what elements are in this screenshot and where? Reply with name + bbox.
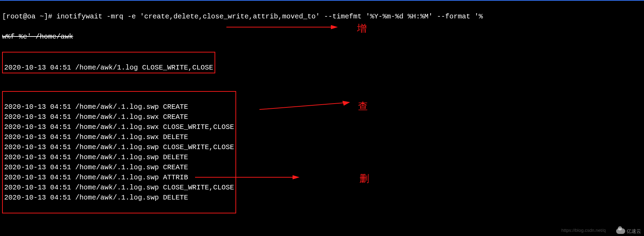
- svg-line-2: [259, 103, 343, 109]
- highlight-box-create: 2020-10-13 04:51 /home/awk/1.log CLOSE_W…: [2, 52, 215, 73]
- svg-marker-3: [342, 101, 350, 106]
- svg-marker-1: [331, 25, 338, 29]
- highlight-box-view: 2020-10-13 04:51 /home/awk/.1.log.swp CR…: [2, 91, 236, 213]
- arrow-to-create: [226, 24, 338, 31]
- command-line-2: w%f %e' /home/awk: [2, 32, 642, 42]
- terminal-output: [root@oa ~]# inotifywait -mrq -e 'create…: [0, 0, 644, 236]
- watermark-brand-logo: 亿速云: [616, 228, 641, 235]
- annotation-view: 查: [358, 99, 368, 114]
- box1-content: 2020-10-13 04:51 /home/awk/1.log CLOSE_W…: [4, 64, 213, 72]
- annotation-delete: 删: [359, 172, 369, 186]
- arrow-to-delete: [195, 174, 300, 181]
- window-top-border: [0, 0, 644, 1]
- svg-marker-5: [293, 175, 300, 179]
- annotation-create: 增: [357, 22, 367, 36]
- box2-content: 2020-10-13 04:51 /home/awk/.1.log.swp CR…: [4, 102, 234, 203]
- watermark-url: https://blog.csdn.net/q: [561, 227, 606, 234]
- cloud-icon: [616, 228, 625, 234]
- command-line-1: [root@oa ~]# inotifywait -mrq -e 'create…: [2, 11, 642, 22]
- watermark-brand-text: 亿速云: [627, 228, 641, 235]
- arrow-to-view: [259, 101, 350, 111]
